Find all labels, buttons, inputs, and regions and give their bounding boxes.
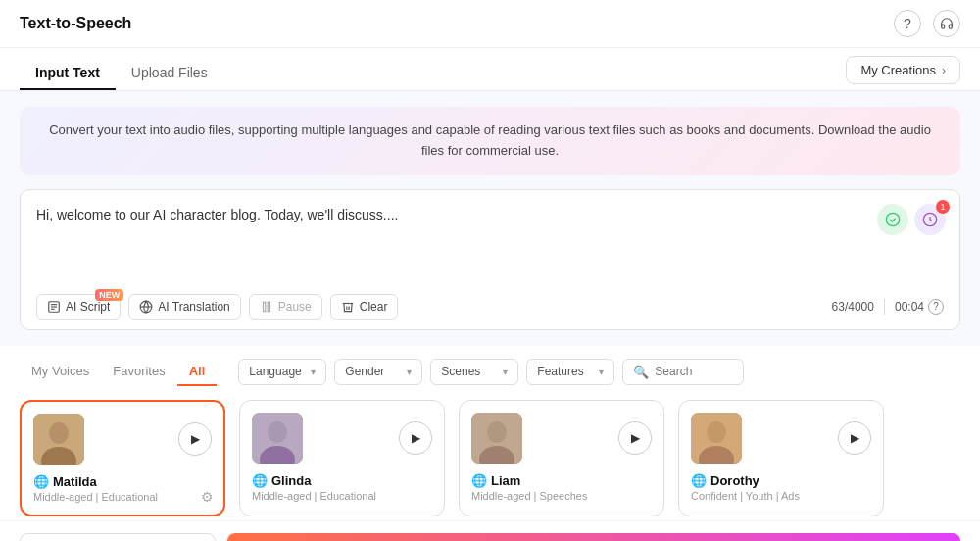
language-filter[interactable]: Language ▾: [238, 359, 326, 385]
pause-button[interactable]: Pause: [249, 294, 322, 320]
text-editor-wrapper: Hi, welcome to our AI character blog. To…: [20, 189, 960, 330]
globe-icon: 🌐: [471, 473, 487, 488]
toolbar-left: AI Script NEW AI Translation Pause Clear: [36, 294, 398, 320]
clear-icon: [341, 300, 355, 314]
voice-desc-matilda: Middle-aged | Educational: [33, 491, 212, 503]
clear-button[interactable]: Clear: [330, 294, 399, 320]
my-creations-button[interactable]: My Creations ›: [846, 56, 960, 84]
chevron-right-icon: ›: [942, 64, 946, 77]
voice-desc-glinda: Middle-aged | Educational: [252, 490, 432, 502]
ai-action-icon-1[interactable]: [877, 204, 908, 235]
tab-upload-files[interactable]: Upload Files: [116, 57, 223, 90]
editor-toolbar: AI Script NEW AI Translation Pause Clear: [36, 294, 944, 320]
app-title: Text-to-Speech: [20, 15, 131, 32]
tab-input-text[interactable]: Input Text: [20, 57, 116, 90]
features-filter[interactable]: Features ▾: [526, 359, 614, 385]
ai-script-button[interactable]: AI Script NEW: [36, 294, 121, 320]
svg-point-16: [487, 421, 507, 443]
tabs-left: Input Text Upload Files: [20, 57, 223, 90]
voice-desc-dorothy: Confident | Youth | Ads: [691, 490, 871, 502]
chevron-down-icon: ▾: [311, 367, 316, 377]
voice-cards: ▶ 🌐 Matilda Middle-aged | Educational ⚙: [20, 400, 960, 520]
create-avatar-button[interactable]: Create Avatar Video: [20, 533, 216, 541]
voice-card-top: ▶: [471, 413, 652, 464]
chevron-down-icon: ▾: [503, 367, 508, 377]
bottom-bar: Create Avatar Video Generate Audio: [0, 520, 980, 541]
voice-card-dorothy[interactable]: ▶ 🌐 Dorothy Confident | Youth | Ads: [678, 400, 884, 516]
help-icon[interactable]: ?: [894, 10, 921, 37]
voice-section: My Voices Favorites All Language ▾ Gende…: [0, 346, 980, 520]
filter-selects: Language ▾ Gender ▾ Scenes ▾ Features ▾ …: [238, 359, 960, 385]
voice-card-matilda[interactable]: ▶ 🌐 Matilda Middle-aged | Educational ⚙: [20, 400, 225, 516]
voice-name-matilda: 🌐 Matilda: [33, 474, 212, 489]
voice-card-top: ▶: [252, 413, 432, 464]
voice-card-top: ▶: [691, 413, 871, 464]
voice-desc-liam: Middle-aged | Speeches: [471, 490, 652, 502]
play-button-matilda[interactable]: ▶: [178, 422, 212, 456]
voice-card-top: ▶: [33, 414, 212, 465]
voice-avatar-glinda: [252, 413, 303, 464]
voice-card-glinda[interactable]: ▶ 🌐 Glinda Middle-aged | Educational: [239, 400, 445, 516]
voice-card-liam[interactable]: ▶ 🌐 Liam Middle-aged | Speeches: [459, 400, 664, 516]
generate-audio-button[interactable]: Generate Audio: [227, 533, 960, 541]
headphones-icon[interactable]: [933, 10, 960, 37]
header: Text-to-Speech ?: [0, 0, 980, 48]
chevron-down-icon: ▾: [407, 367, 412, 377]
translation-icon: [139, 300, 153, 314]
svg-point-13: [268, 421, 287, 443]
voice-name-liam: 🌐 Liam: [471, 473, 652, 488]
voice-tabs: My Voices Favorites All: [20, 358, 217, 386]
play-button-glinda[interactable]: ▶: [399, 421, 432, 455]
voice-tab-all[interactable]: All: [177, 358, 218, 386]
voice-avatar-dorothy: [691, 413, 742, 464]
chevron-down-icon: ▾: [599, 367, 604, 377]
time-display: 00:04 ?: [895, 299, 944, 315]
pause-icon: [260, 300, 273, 314]
svg-rect-7: [263, 302, 265, 311]
voice-name-dorothy: 🌐 Dorothy: [691, 473, 871, 488]
svg-point-19: [707, 421, 726, 443]
voice-avatar-matilda: [33, 414, 84, 465]
gender-filter[interactable]: Gender ▾: [334, 359, 422, 385]
ai-translation-button[interactable]: AI Translation: [128, 294, 240, 320]
divider: [884, 299, 885, 315]
ai-action-icon-2[interactable]: 1: [914, 204, 946, 235]
voice-search-input[interactable]: [655, 365, 733, 378]
voice-search-box: 🔍: [622, 359, 744, 385]
scenes-filter[interactable]: Scenes ▾: [430, 359, 518, 385]
ai-badge: 1: [936, 200, 950, 214]
voice-tab-favorites[interactable]: Favorites: [101, 358, 176, 386]
globe-icon: 🌐: [252, 473, 268, 488]
play-button-dorothy[interactable]: ▶: [838, 421, 871, 455]
voice-name-glinda: 🌐 Glinda: [252, 473, 432, 488]
ai-icons-group: 1: [877, 204, 946, 235]
text-editor-input[interactable]: Hi, welcome to our AI character blog. To…: [36, 204, 944, 282]
svg-rect-8: [268, 302, 270, 311]
voice-settings-icon-matilda[interactable]: ⚙: [201, 489, 214, 505]
description-banner: Convert your text into audio files, supp…: [20, 107, 960, 175]
voice-avatar-liam: [471, 413, 522, 464]
globe-icon: 🌐: [691, 473, 707, 488]
tabs-bar: Input Text Upload Files My Creations ›: [0, 48, 980, 91]
time-help-icon[interactable]: ?: [928, 299, 944, 315]
char-count: 63/4000: [832, 300, 874, 314]
toolbar-right: 63/4000 00:04 ?: [832, 299, 944, 315]
header-icons: ?: [894, 10, 960, 37]
voice-filters: My Voices Favorites All Language ▾ Gende…: [20, 358, 960, 386]
new-badge: NEW: [95, 289, 123, 301]
play-button-liam[interactable]: ▶: [618, 421, 652, 455]
script-icon: [47, 300, 61, 314]
voice-tab-my-voices[interactable]: My Voices: [20, 358, 101, 386]
svg-point-10: [49, 422, 69, 444]
search-icon: 🔍: [633, 365, 649, 379]
globe-icon: 🌐: [33, 474, 49, 489]
main-content: Convert your text into audio files, supp…: [0, 91, 980, 346]
